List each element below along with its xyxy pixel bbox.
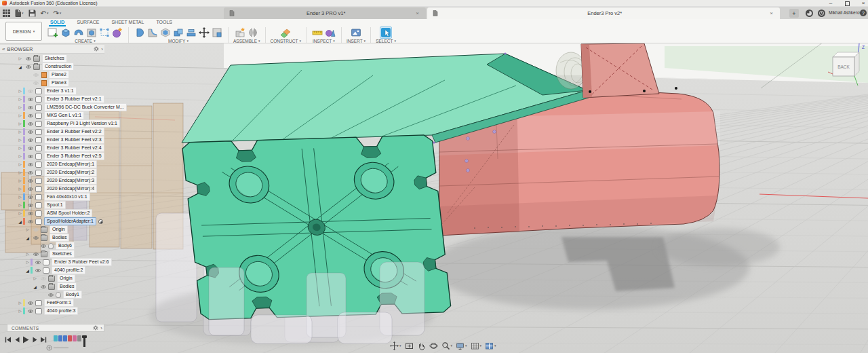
box-primitive-icon[interactable]	[98, 26, 111, 39]
document-tab-label[interactable]: Ender 3 PRO v1*	[237, 10, 414, 16]
browser-item-label[interactable]: Fan 40x40x10 v1:1	[44, 193, 90, 201]
pan-hand-icon[interactable]	[417, 341, 426, 350]
browser-item-label[interactable]: 2020 Endcap(Mirror):2	[44, 168, 97, 176]
visibility-eye-icon[interactable]	[40, 276, 47, 281]
go-to-end-button[interactable]	[39, 335, 47, 343]
browser-item-fan-40x40x10-v1-1[interactable]: ▷Fan 40x40x10 v1:1	[3, 193, 159, 201]
expand-arrow-icon[interactable]: ◢	[24, 236, 31, 240]
visibility-eye-icon[interactable]	[25, 56, 32, 61]
document-tab-2[interactable]: Ender3 Pro v2* ×	[427, 7, 780, 19]
tab-tools[interactable]: TOOLS	[155, 19, 174, 26]
browser-item-ender-3-rubber-feet-v2-2[interactable]: ▷Ender 3 Rubber Feet v2:2	[3, 128, 159, 136]
visibility-eye-icon[interactable]	[33, 252, 39, 257]
timeline-feature-icon[interactable]	[73, 335, 77, 341]
select-dropdown[interactable]: SELECT▾	[376, 39, 396, 43]
save-icon[interactable]	[28, 10, 36, 17]
panel-gear-icon[interactable]	[93, 325, 98, 331]
browser-item-label[interactable]: 4040 profile:3	[44, 307, 78, 315]
go-to-start-button[interactable]	[4, 335, 12, 343]
browser-item-label[interactable]: Ender 3 Rubber Feet v2:2	[44, 128, 104, 136]
create-dropdown[interactable]: CREATE▾	[75, 39, 95, 43]
expand-arrow-icon[interactable]: ▷	[24, 227, 31, 231]
browser-item-ender-3-v1-1[interactable]: ▷Ender 3 v1:1	[3, 87, 159, 95]
browser-item-bodies[interactable]: ◢Bodies	[3, 234, 159, 242]
browser-item-label[interactable]: 2020 Endcap(Mirror):3	[44, 176, 97, 185]
browser-item-label[interactable]: Ender 3 Rubber Feet v2:1	[44, 95, 104, 103]
browser-item-label[interactable]: Sketches	[50, 250, 75, 258]
zoom-icon[interactable]: ▾	[441, 341, 453, 350]
visibility-eye-icon[interactable]	[40, 244, 47, 248]
visibility-eye-icon[interactable]	[25, 64, 32, 69]
new-tab-button[interactable]: +	[789, 9, 799, 18]
document-tab-1[interactable]: Ender 3 PRO v1* ×	[224, 7, 426, 19]
create-form-icon[interactable]	[111, 26, 123, 39]
expand-arrow-icon[interactable]: ▷	[24, 252, 31, 256]
tab-solid[interactable]: SOLID	[49, 19, 66, 26]
visibility-eye-icon[interactable]	[40, 284, 47, 289]
browser-item-label[interactable]: SpoolHolderAdapter:1	[44, 217, 96, 225]
help-icon[interactable]: ?	[860, 10, 867, 16]
browser-item-raspberry-pi-3-light-version-v1-1[interactable]: ▷Raspberry Pi 3 Light Version v1:1	[3, 119, 159, 128]
minimize-button[interactable]: –	[827, 1, 834, 7]
browser-item-2020-endcap-mirror-1[interactable]: ▷2020 Endcap(Mirror):1	[3, 160, 159, 168]
browser-item-origin[interactable]: ▷Origin	[3, 225, 159, 234]
revolve-icon[interactable]	[73, 26, 85, 39]
offset-face-icon[interactable]	[185, 26, 197, 39]
expand-arrow-icon[interactable]: ◢	[17, 219, 23, 224]
expand-arrow-icon[interactable]: ▷	[17, 195, 23, 199]
visibility-eye-icon[interactable]	[27, 162, 34, 167]
browser-item-label[interactable]: ASM Spool Holder:2	[44, 209, 92, 217]
timeline-add-marker[interactable]	[46, 345, 68, 351]
browser-item-2020-endcap-mirror-3[interactable]: ▷2020 Endcap(Mirror):3	[3, 176, 159, 185]
expand-panel-icon[interactable]: ›	[101, 46, 103, 52]
expand-arrow-icon[interactable]: ▷	[17, 97, 23, 101]
browser-item-2020-endcap-mirror-2[interactable]: ▷2020 Endcap(Mirror):2	[3, 168, 159, 176]
browser-item-label[interactable]: Ender 3 Rubber Feet v2:4	[44, 144, 104, 152]
expand-arrow-icon[interactable]: ▷	[17, 179, 23, 183]
step-back-button[interactable]	[13, 335, 21, 343]
visibility-eye-icon[interactable]	[27, 130, 34, 134]
combine-icon[interactable]	[172, 26, 184, 39]
timeline-feature-markers[interactable]	[54, 335, 81, 341]
browser-item-label[interactable]: LM2596 DC-DC Buck Converter M...	[44, 103, 127, 111]
browser-item-ender-3-rubber-feet-v2-5[interactable]: ▷Ender 3 Rubber Feet v2:5	[3, 152, 159, 160]
visibility-eye-icon[interactable]	[27, 97, 34, 102]
expand-arrow-icon[interactable]: ▷	[17, 130, 23, 134]
construct-dropdown[interactable]: CONSTRUCT▾	[271, 39, 301, 43]
browser-item-ender-3-rubber-feet-v2-6[interactable]: ▷Ender 3 Rubber Feet v2:6	[3, 258, 159, 266]
construction-plane-icon[interactable]	[279, 26, 292, 39]
new-component-icon[interactable]	[234, 26, 246, 39]
fillet-icon[interactable]	[146, 26, 159, 39]
expand-arrow-icon[interactable]: ▷	[17, 301, 23, 305]
browser-item-sketches[interactable]: ▷Sketches	[3, 250, 159, 258]
expand-arrow-icon[interactable]: ▷	[24, 260, 31, 264]
expand-arrow-icon[interactable]: ◢	[17, 64, 23, 69]
browser-item-label[interactable]: Raspberry Pi 3 Light Version v1:1	[44, 119, 120, 128]
browser-item-spool-1[interactable]: ▷Spool:1	[3, 201, 159, 209]
expand-arrow-icon[interactable]: ▷	[17, 170, 23, 174]
visibility-eye-icon[interactable]	[33, 73, 39, 77]
browser-item-label[interactable]: Plane3	[49, 79, 69, 87]
browser-item-feetform-1[interactable]: ▷FeetForm:1	[3, 299, 159, 307]
visibility-eye-icon[interactable]	[27, 301, 34, 305]
browser-item-body6[interactable]: ▷Body6	[3, 242, 159, 250]
expand-arrow-icon[interactable]: ▷	[17, 187, 23, 191]
browser-item-label[interactable]: 2020 Endcap(Mirror):1	[44, 160, 97, 168]
browser-item-label[interactable]: Spool:1	[44, 201, 66, 209]
close-tab-icon[interactable]: ×	[768, 10, 774, 16]
browser-item-label[interactable]: Origin	[57, 274, 75, 282]
browser-item-sketches[interactable]: ▷Sketches	[3, 54, 159, 62]
visibility-eye-icon[interactable]	[27, 309, 34, 314]
modify-dropdown[interactable]: MODIFY▾	[168, 39, 189, 43]
grid-settings-icon[interactable]: ▾	[471, 341, 482, 350]
visibility-eye-icon[interactable]	[33, 81, 39, 86]
browser-item-label[interactable]: Sketches	[42, 54, 67, 62]
browser-item-ender-3-rubber-feet-v2-3[interactable]: ▷Ender 3 Rubber Feet v2:3	[3, 136, 159, 144]
shell-icon[interactable]	[159, 26, 172, 39]
visibility-eye-icon[interactable]	[27, 122, 34, 126]
browser-item-plane2[interactable]: ▷Plane2	[3, 71, 159, 79]
browser-item-spoolholderadapter-1[interactable]: ◢SpoolHolderAdapter:1	[3, 217, 159, 225]
browser-item-construction[interactable]: ◢Construction	[3, 62, 159, 71]
file-menu-icon[interactable]: ▾	[15, 10, 24, 17]
extrude-icon[interactable]	[60, 26, 72, 39]
